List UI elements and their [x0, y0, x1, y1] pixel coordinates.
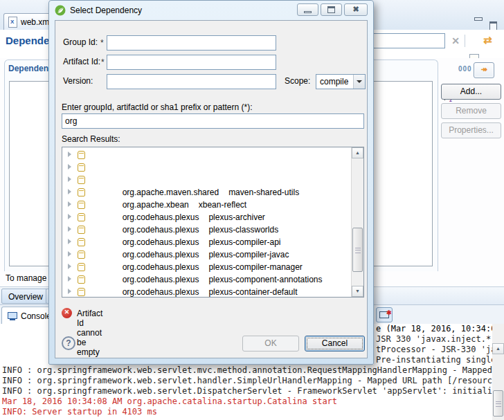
xml-file-icon — [8, 17, 17, 28]
dialog-title: Select Dependency — [70, 6, 142, 15]
console-line: INFO : org.springframework.web.servlet.h… — [0, 376, 492, 386]
select-dependency-dialog: Select Dependency Group Id: * Artifact I… — [48, 0, 374, 365]
expand-arrow-icon[interactable] — [68, 251, 71, 257]
search-results-list[interactable]: org.apache.maven.sharedmaven-shared-util… — [62, 147, 364, 298]
console-tab-label: Console — [21, 311, 51, 321]
maximize-icon[interactable] — [321, 3, 342, 16]
scope-value: compile — [320, 77, 348, 86]
expand-arrow-icon[interactable] — [68, 176, 71, 182]
dialog-content: Group Id: * Artifact Id: * Version: Scop… — [55, 20, 368, 358]
jar-icon — [78, 238, 85, 246]
artifact-id-input[interactable] — [107, 55, 276, 70]
expand-arrow-icon[interactable] — [68, 164, 71, 170]
query-label: Enter groupId, artifactId or sha1 prefix… — [62, 102, 252, 112]
help-button[interactable]: ? — [62, 336, 75, 350]
console-line: INFO : org.springframework.web.servlet.D… — [0, 386, 492, 396]
expand-arrow-icon[interactable] — [68, 226, 71, 232]
editor-tab-label: web.xml — [21, 17, 51, 27]
jar-icon — [78, 163, 85, 172]
jar-icon — [78, 188, 85, 197]
refresh-icon[interactable] — [483, 35, 492, 46]
console-icon — [8, 312, 17, 320]
side-button[interactable]: Remove — [441, 103, 501, 119]
artifact-id-label: Artifact Id: — [63, 57, 100, 66]
dialog-titlebar[interactable]: Select Dependency — [49, 1, 373, 19]
result-row[interactable]: org.codehaus.plexusplexus-compiler-javac — [62, 211, 363, 223]
expand-arrow-icon[interactable] — [68, 214, 71, 219]
expand-arrow-icon[interactable] — [68, 264, 71, 269]
chevron-down-icon[interactable] — [353, 75, 365, 89]
scroll-up-icon[interactable]: ▲ — [492, 343, 504, 354]
scope-select[interactable]: compile — [316, 74, 366, 89]
tab-overview[interactable]: Overview — [1, 289, 50, 304]
console-line: INFO : org.springframework.web.servlet.m… — [0, 365, 492, 376]
group-required-marker: * — [100, 38, 104, 48]
expand-arrow-icon[interactable] — [68, 189, 71, 194]
close-icon[interactable] — [344, 3, 368, 16]
expand-arrow-icon[interactable] — [68, 289, 71, 294]
thumb-grip — [496, 401, 501, 407]
result-row[interactable]: org.codehaus.plexusplexus-io — [62, 273, 363, 286]
stderr-mark-icon: ✱ — [386, 309, 392, 316]
clear-filter-icon[interactable] — [450, 35, 461, 46]
thumb-grip — [355, 248, 361, 253]
jar-icon — [78, 151, 85, 159]
jar-icon — [78, 213, 85, 221]
expand-arrow-icon[interactable] — [68, 276, 71, 282]
query-input[interactable] — [62, 113, 364, 129]
results-scrollbar[interactable]: ▲ ▼ — [351, 147, 363, 297]
spring-leaf-icon — [55, 5, 66, 16]
version-label: Version: — [63, 76, 93, 86]
side-button[interactable]: Add... — [441, 84, 501, 100]
console-lines: INFO : org.springframework.web.servlet.m… — [0, 365, 492, 417]
scrollbar-thumb[interactable] — [352, 228, 363, 272]
editor-minimize-icon[interactable] — [473, 12, 483, 21]
results-label: Search Results: — [62, 134, 120, 144]
results-rows: org.apache.maven.sharedmaven-shared-util… — [62, 147, 363, 298]
result-row[interactable]: org.codehaus.plexusplexus-archiver — [62, 174, 363, 186]
show-groups-icon[interactable] — [458, 65, 472, 73]
result-row[interactable]: org.codehaus.plexusplexus-utils — [62, 286, 363, 298]
jar-icon — [78, 201, 85, 209]
show-console-on-stderr-button[interactable]: ✱ — [376, 307, 393, 322]
result-row[interactable]: org.codehaus.plexusplexus-classworlds — [62, 186, 363, 199]
expand-arrow-icon[interactable] — [68, 239, 71, 244]
manage-dependencies-toggle[interactable] — [474, 62, 494, 78]
version-input[interactable] — [107, 74, 276, 89]
manage-hint-text: To manage y — [6, 273, 53, 283]
scroll-up-icon[interactable]: ▲ — [352, 147, 363, 158]
group-id-label: Group Id: — [63, 37, 98, 47]
expand-arrow-icon[interactable] — [68, 152, 71, 157]
result-row[interactable]: org.codehaus.plexusplexus-compiler-api — [62, 199, 363, 211]
error-icon — [62, 308, 72, 318]
console-scrollbar[interactable]: ▲ — [492, 324, 504, 420]
side-button[interactable]: Properties... — [441, 122, 501, 138]
group-id-input[interactable] — [107, 35, 276, 51]
result-row[interactable]: org.codehaus.plexusplexus-container-defa… — [62, 248, 363, 261]
minimize-icon[interactable] — [297, 3, 318, 16]
result-row[interactable]: org.apache.xbeanxbean-reflect — [62, 161, 363, 174]
scope-label: Scope: — [285, 76, 310, 86]
result-row[interactable]: org.apache.maven.sharedmaven-shared-util… — [62, 149, 363, 161]
console-line: Mar 18, 2016 10:34:08 AM org.apache.cata… — [0, 396, 492, 407]
jar-icon — [78, 288, 85, 296]
console-line: INFO: Server startup in 4103 ms — [0, 407, 492, 417]
editor-maximize-icon[interactable] — [488, 21, 498, 30]
cancel-button[interactable]: Cancel — [305, 336, 365, 351]
result-row[interactable]: org.codehaus.plexusplexus-interpolation — [62, 261, 363, 273]
scroll-down-icon[interactable]: ▼ — [352, 286, 363, 297]
scrollbar-thumb[interactable] — [493, 390, 503, 417]
error-text: Artifact Id cannot be empty — [77, 309, 102, 357]
jar-icon — [78, 176, 85, 184]
toolbar-separator — [465, 35, 465, 47]
jar-icon — [78, 275, 85, 284]
jar-icon — [78, 250, 85, 259]
result-row[interactable]: org.codehaus.plexusplexus-component-anno… — [62, 236, 363, 248]
window-controls — [297, 3, 368, 16]
side-button-stack: Add...RemoveProperties... — [441, 84, 502, 142]
jar-icon — [78, 226, 85, 234]
artifact-required-marker: * — [101, 57, 105, 67]
ok-button[interactable]: OK — [242, 336, 299, 351]
result-row[interactable]: org.codehaus.plexusplexus-compiler-manag… — [62, 223, 363, 236]
expand-arrow-icon[interactable] — [68, 201, 71, 207]
